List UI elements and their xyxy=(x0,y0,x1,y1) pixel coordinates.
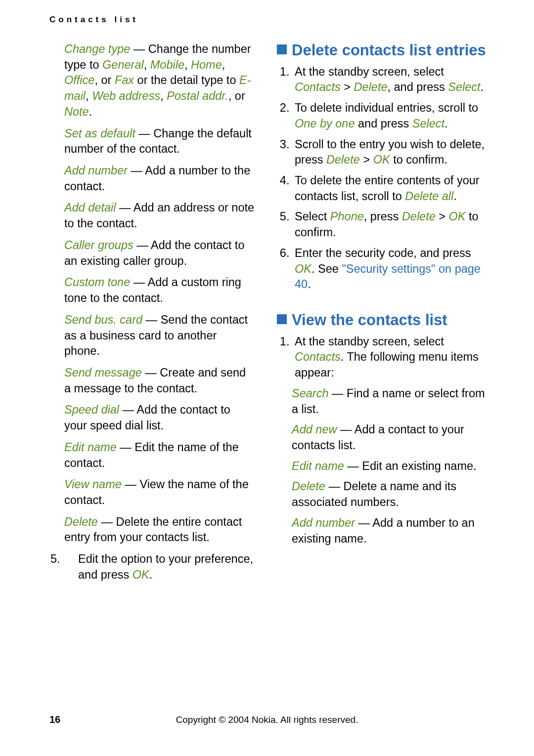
option-view-name: View name — View the name of the contact… xyxy=(64,477,255,508)
delete-step-3: Scroll to the entry you wish to delete, … xyxy=(293,137,490,168)
heading-view-list: View the contacts list xyxy=(277,311,490,329)
delete-step-4: To delete the entire contents of your co… xyxy=(293,173,490,204)
right-column: Delete contacts list entries At the stan… xyxy=(277,42,490,588)
delete-step-5: Select Phone, press Delete > OK to confi… xyxy=(293,209,490,240)
copyright-footer: Copyright © 2004 Nokia. All rights reser… xyxy=(0,714,534,725)
option-custom-tone: Custom tone — Add a custom ring tone to … xyxy=(64,275,255,306)
delete-step-2: To delete individual entries, scroll to … xyxy=(293,100,490,131)
option-delete: Delete — Delete the entire contact entry… xyxy=(64,514,255,546)
option-add-number: Add number — Add a number to the contact… xyxy=(64,163,255,194)
delete-step-6: Enter the security code, and press OK. S… xyxy=(293,246,490,293)
left-column: Change type — Change the number type to … xyxy=(49,42,255,588)
option-change-type: Change type — Change the number type to … xyxy=(64,42,255,120)
heading-delete-entries: Delete contacts list entries xyxy=(277,42,490,59)
running-header: Contacts list xyxy=(49,15,490,25)
two-column-layout: Change type — Change the number type to … xyxy=(49,42,490,588)
option-add-detail: Add detail — Add an address or note to t… xyxy=(64,200,255,231)
menu-search: Search — Find a name or select from a li… xyxy=(292,386,490,417)
option-send-bus-card: Send bus. card — Send the contact as a b… xyxy=(64,312,255,359)
menu-edit-name: Edit name — Edit an existing name. xyxy=(292,459,490,474)
step-5: Edit the option to your preference, and … xyxy=(64,551,255,583)
view-steps: At the standby screen, select Contacts. … xyxy=(277,334,490,381)
manual-page: Contacts list Change type — Change the n… xyxy=(0,0,534,756)
menu-add-number: Add number — Add a number to an existing… xyxy=(292,515,490,546)
square-bullet-icon xyxy=(277,314,287,324)
view-step-1: At the standby screen, select Contacts. … xyxy=(293,334,490,381)
delete-step-1: At the standby screen, select Contacts >… xyxy=(293,64,490,95)
delete-steps: At the standby screen, select Contacts >… xyxy=(277,64,490,293)
option-speed-dial: Speed dial — Add the contact to your spe… xyxy=(64,402,255,433)
menu-delete: Delete — Delete a name and its associate… xyxy=(292,479,490,510)
step-list-continued: Edit the option to your preference, and … xyxy=(49,551,255,583)
menu-add-new: Add new — Add a contact to your contacts… xyxy=(292,422,490,453)
option-set-default: Set as default — Change the default numb… xyxy=(64,126,255,157)
option-edit-name: Edit name — Edit the name of the contact… xyxy=(64,440,255,471)
option-caller-groups: Caller groups — Add the contact to an ex… xyxy=(64,238,255,269)
label: Change type xyxy=(64,42,130,55)
option-send-message: Send message — Create and send a message… xyxy=(64,365,255,396)
square-bullet-icon xyxy=(277,44,287,54)
